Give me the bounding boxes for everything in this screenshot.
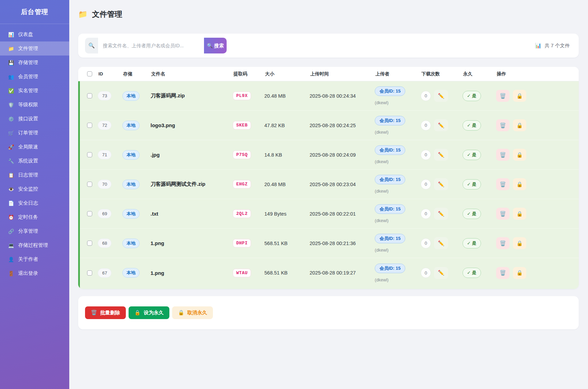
download-count-badge: 0 [421,268,431,278]
search-button-label: 搜索 [214,43,224,48]
toggle-permanent-button[interactable]: 🔒 [513,119,526,131]
row-checkbox-cell [80,123,98,128]
edit-downloads-button[interactable]: ✏️ [434,178,448,190]
sidebar-item-label: 仪表盘 [18,31,33,38]
sidebar-item-speed-limit[interactable]: 🚀全局限速 [0,140,69,154]
time-cell: 2025-08-28 00:19:27 [310,270,375,276]
storage-cell: 本地 [122,180,151,189]
delete-file-button[interactable]: 🗑️ [496,208,509,220]
batch-delete-button[interactable]: 🗑️ 批量删除 [85,306,126,319]
uploader-username: (dkewl) [375,248,388,253]
delete-file-button[interactable]: 🗑️ [496,90,509,102]
sidebar-item-levels[interactable]: 🛡️等级权限 [0,98,69,112]
uploader-id-badge: 会员ID: 15 [375,145,405,155]
storage-badge: 本地 [122,150,140,160]
uploader-username: (dkewl) [375,189,388,194]
delete-file-button[interactable]: 🗑️ [496,149,509,161]
toggle-permanent-button[interactable]: 🔒 [513,149,526,161]
clipboard-icon: 📋 [8,172,14,178]
file-size: 568.51 KB [264,270,288,276]
select-all-checkbox[interactable] [87,71,92,76]
header-checkbox-cell [80,71,98,76]
id-cell: 70 [98,180,122,189]
downloads-cell: 0✏️ [421,90,463,102]
edit-downloads-button[interactable]: ✏️ [434,267,448,279]
row-checkbox[interactable] [87,211,92,216]
edit-downloads-button[interactable]: ✏️ [434,237,448,249]
toggle-permanent-button[interactable]: 🔒 [513,178,526,190]
delete-file-button[interactable]: 🗑️ [496,237,509,249]
edit-downloads-button[interactable]: ✏️ [434,149,448,161]
code-cell: SKEB [233,121,264,130]
toggle-permanent-button[interactable]: 🔒 [513,90,526,102]
permanent-cell: ✓ 是 [463,91,496,101]
filename-cell: 刀客源码网.zip [151,93,233,99]
edit-downloads-button[interactable]: ✏️ [434,208,448,220]
sidebar-item-realname[interactable]: ✅实名管理 [0,84,69,98]
toggle-permanent-button[interactable]: 🔒 [513,267,526,279]
toggle-permanent-button[interactable]: 🔒 [513,208,526,220]
extract-code-badge: WTAU [233,269,251,277]
file-size: 14.8 KB [264,152,282,158]
sidebar: 后台管理 📊仪表盘📁文件管理💾存储管理👥会员管理✅实名管理🛡️等级权限⚙️接口设… [0,0,69,389]
edit-downloads-button[interactable]: ✏️ [434,119,448,131]
dashboard-chart-icon: 📊 [8,32,14,37]
table-header-row: ID存储文件名提取码大小上传时间上传者下载次数永久操作 [78,67,579,81]
sidebar-item-security-logs[interactable]: 📄安全日志 [0,196,69,210]
storage-badge: 本地 [122,268,140,278]
sidebar-item-security-monitor[interactable]: 👁️安全监控 [0,182,69,196]
search-button[interactable]: 🔍 搜索 [204,38,227,53]
file-count-text: 共 7 个文件 [544,42,570,49]
sidebar-item-dashboard[interactable]: 📊仪表盘 [0,27,69,41]
page-title: 文件管理 [92,9,122,20]
sidebar-item-system-settings[interactable]: 🔧系统设置 [0,154,69,168]
storage-badge: 本地 [122,209,140,219]
sidebar-item-log-management[interactable]: 📋日志管理 [0,168,69,182]
column-header: 永久 [463,71,496,77]
filename-cell: .txt [151,211,233,217]
row-checkbox[interactable] [87,123,92,128]
check-box-icon: ✅ [8,88,14,94]
row-checkbox[interactable] [87,93,92,98]
table-row: 70本地刀客源码网测试文件.zipEHGZ20.48 MB2025-08-28 … [80,170,579,199]
extract-code-badge: 2QL2 [233,209,251,218]
table-row: 69本地.txt2QL2149 Bytes2025-08-28 00:22:01… [80,199,579,229]
storage-cell: 本地 [122,209,151,219]
wrench-icon: 🔧 [8,158,14,164]
row-checkbox[interactable] [87,270,92,276]
download-count-badge: 0 [421,150,431,160]
row-checkbox[interactable] [87,241,92,246]
file-name: .jpg [151,152,160,158]
sidebar-item-logout[interactable]: 🚪退出登录 [0,266,69,280]
set-permanent-button[interactable]: 🔒 设为永久 [129,306,169,319]
delete-file-button[interactable]: 🗑️ [496,119,509,131]
delete-file-button[interactable]: 🗑️ [496,267,509,279]
cancel-permanent-button[interactable]: 🔒 取消永久 [172,306,213,319]
alarm-clock-icon: ⏰ [8,215,14,220]
id-cell: 68 [98,239,122,248]
sidebar-item-share-management[interactable]: 🔗分享管理 [0,224,69,238]
filename-cell: 1.png [151,240,233,246]
sidebar-item-about-author[interactable]: 👤关于作者 [0,252,69,266]
edit-downloads-button[interactable]: ✏️ [434,90,448,102]
cancel-permanent-label: 取消永久 [187,309,207,316]
column-header: 提取码 [233,71,264,77]
row-checkbox-cell [80,182,98,187]
delete-file-button[interactable]: 🗑️ [496,178,509,190]
row-checkbox[interactable] [87,182,92,187]
row-checkbox[interactable] [87,152,92,157]
toggle-permanent-button[interactable]: 🔒 [513,237,526,249]
sidebar-item-members[interactable]: 👥会员管理 [0,70,69,84]
sidebar-item-files[interactable]: 📁文件管理 [0,41,69,56]
search-input[interactable] [98,38,204,53]
file-id-badge: 67 [98,268,111,278]
sidebar-item-storage[interactable]: 💾存储管理 [0,56,69,70]
sidebar-item-label: 安全日志 [18,200,38,206]
sidebar-item-stored-procedures[interactable]: 💻存储过程管理 [0,238,69,252]
sidebar-item-orders[interactable]: 🛒订单管理 [0,126,69,140]
page-header: 📁 文件管理 [78,8,579,21]
code-cell: P7SQ [233,150,264,159]
shield-icon: 🛡️ [8,102,14,108]
sidebar-item-api-settings[interactable]: ⚙️接口设置 [0,112,69,126]
sidebar-item-cron-tasks[interactable]: ⏰定时任务 [0,210,69,224]
